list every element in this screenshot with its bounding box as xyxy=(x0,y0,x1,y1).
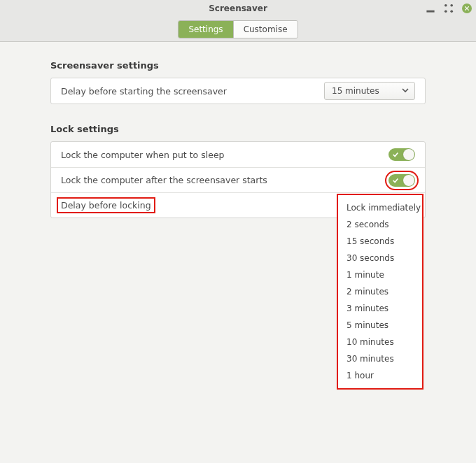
lock-delay-option[interactable]: 10 minutes xyxy=(338,334,422,350)
svg-point-1 xyxy=(444,4,447,7)
window-title: Screensaver xyxy=(209,3,267,13)
lock-delay-option[interactable]: 3 minutes xyxy=(338,300,422,317)
row-lock-on-sleep: Lock the computer when put to sleep xyxy=(51,142,425,167)
lock-delay-option[interactable]: 1 minute xyxy=(338,266,422,283)
lock-after-ss-toggle[interactable] xyxy=(388,174,415,187)
row-lock-after-screensaver: Lock the computer after the screensaver … xyxy=(51,167,425,192)
screensaver-delay-label: Delay before starting the screensaver xyxy=(61,86,227,97)
screensaver-section-title: Screensaver settings xyxy=(50,60,426,71)
lock-delay-option[interactable]: 30 seconds xyxy=(338,250,422,266)
svg-rect-0 xyxy=(426,10,434,13)
titlebar: Screensaver xyxy=(0,0,476,17)
tab-customise[interactable]: Customise xyxy=(233,21,298,38)
toggle-knob xyxy=(403,175,414,186)
screensaver-panel: Delay before starting the screensaver 15… xyxy=(50,78,426,104)
lock-delay-option[interactable]: 5 minutes xyxy=(338,317,422,334)
screensaver-delay-combo[interactable]: 15 minutes xyxy=(324,82,415,100)
check-icon xyxy=(392,176,399,187)
lock-on-sleep-toggle[interactable] xyxy=(388,148,415,161)
lock-delay-dropdown[interactable]: Lock immediately 2 seconds 15 seconds 30… xyxy=(337,194,424,390)
content-area: Screensaver settings Delay before starti… xyxy=(0,42,476,463)
chevron-down-icon xyxy=(402,86,409,96)
toggle-knob xyxy=(403,149,414,160)
close-button[interactable] xyxy=(462,3,472,13)
lock-section-title: Lock settings xyxy=(50,124,426,134)
lock-on-sleep-label: Lock the computer when put to sleep xyxy=(61,150,225,160)
row-screensaver-delay: Delay before starting the screensaver 15… xyxy=(51,78,425,104)
lock-delay-label: Delay before locking xyxy=(57,197,155,213)
lock-delay-option[interactable]: 1 hour xyxy=(338,367,422,384)
lock-delay-option[interactable]: 2 minutes xyxy=(338,283,422,300)
tab-settings[interactable]: Settings xyxy=(178,21,232,38)
tab-group: Settings Customise xyxy=(178,20,298,38)
tabbar: Settings Customise xyxy=(0,17,476,42)
screensaver-delay-value: 15 minutes xyxy=(332,86,379,96)
maximize-button[interactable] xyxy=(444,3,454,13)
lock-delay-option[interactable]: 15 seconds xyxy=(338,233,422,250)
lock-delay-option[interactable]: 30 minutes xyxy=(338,350,422,367)
check-icon xyxy=(392,150,399,162)
svg-point-2 xyxy=(450,4,453,7)
lock-delay-option[interactable]: 2 seconds xyxy=(338,216,422,233)
lock-after-ss-label: Lock the computer after the screensaver … xyxy=(61,175,267,185)
svg-point-4 xyxy=(450,10,453,13)
lock-delay-option[interactable]: Lock immediately xyxy=(338,199,422,216)
lock-panel: Lock the computer when put to sleep Lock… xyxy=(50,141,426,218)
window-controls xyxy=(426,0,472,17)
svg-point-3 xyxy=(444,10,447,13)
minimize-button[interactable] xyxy=(426,3,435,13)
